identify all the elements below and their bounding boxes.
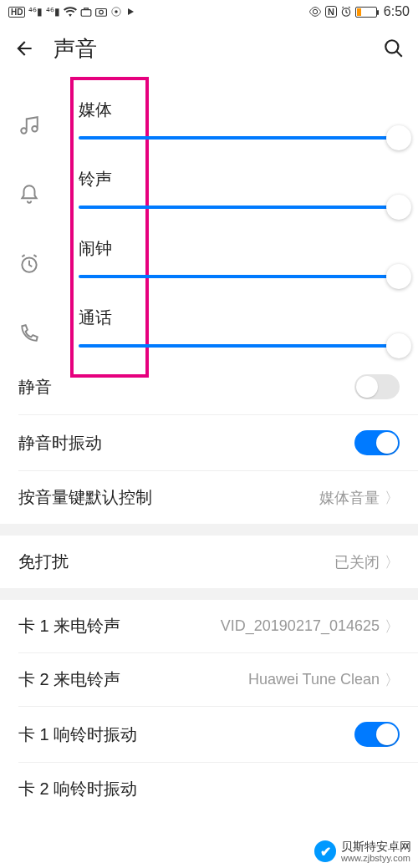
play-icon xyxy=(125,7,135,17)
hd-icon: HD xyxy=(8,7,25,18)
back-button[interactable] xyxy=(13,38,40,59)
signal-2-icon: ⁴⁶▮ xyxy=(46,6,60,18)
svg-point-2 xyxy=(99,10,104,14)
alarm-volume-slider[interactable] xyxy=(79,275,400,278)
dnd-row[interactable]: 免打扰 已关闭〉 xyxy=(0,536,418,588)
sim1-vibrate-toggle[interactable] xyxy=(354,722,400,747)
chevron-right-icon: 〉 xyxy=(385,552,400,572)
slider-thumb[interactable] xyxy=(386,333,411,358)
dnd-label: 免打扰 xyxy=(18,551,69,573)
alarm-volume-label: 闹钟 xyxy=(79,237,400,260)
media-volume-label: 媒体 xyxy=(79,99,400,121)
call-volume-label: 通话 xyxy=(79,307,400,329)
status-bar: HD ⁴⁶▮ ⁴⁶▮ N 6:50 xyxy=(0,0,418,23)
default-volume-key-value: 媒体音量 xyxy=(319,488,380,508)
signal-1-icon: ⁴⁶▮ xyxy=(28,6,43,18)
default-volume-key-row[interactable]: 按音量键默认控制 媒体音量〉 xyxy=(0,471,418,524)
ringtone-volume-slider[interactable] xyxy=(79,206,400,209)
alarm-clock-icon xyxy=(18,253,52,278)
ringtone-volume-label: 铃声 xyxy=(79,168,400,190)
call-volume-slider[interactable] xyxy=(79,344,400,348)
nfc-icon: N xyxy=(325,6,337,18)
vibrate-on-mute-label: 静音时振动 xyxy=(18,432,102,454)
chevron-right-icon: 〉 xyxy=(385,488,400,508)
mute-toggle[interactable] xyxy=(354,374,400,399)
mute-row[interactable]: 静音 xyxy=(0,359,418,414)
battery-icon xyxy=(355,7,377,18)
watermark: ✔ 贝斯特安卓网 www.zjbstyy.com xyxy=(314,840,411,863)
dnd-value: 已关闭 xyxy=(334,552,380,572)
status-right: N 6:50 xyxy=(308,4,410,19)
search-button[interactable] xyxy=(378,38,405,59)
ringtone-volume-row: 铃声 xyxy=(0,151,418,221)
volume-sliders: 媒体 铃声 闹钟 通话 xyxy=(0,74,418,359)
watermark-url: www.zjbstyy.com xyxy=(341,853,411,863)
sync-icon xyxy=(110,6,122,18)
page-title: 声音 xyxy=(54,34,378,63)
alarm-volume-row: 闹钟 xyxy=(0,221,418,290)
sim2-ringtone-label: 卡 2 来电铃声 xyxy=(18,668,120,691)
vibrate-on-mute-row[interactable]: 静音时振动 xyxy=(0,415,418,470)
alarm-icon xyxy=(340,6,352,18)
clock-text: 6:50 xyxy=(384,4,410,19)
camera-icon xyxy=(95,7,107,17)
svg-point-4 xyxy=(115,10,119,13)
sim1-ringtone-row[interactable]: 卡 1 来电铃声 VID_20190217_014625〉 xyxy=(0,600,418,652)
svg-rect-0 xyxy=(82,10,92,17)
phone-icon xyxy=(18,322,52,348)
settings-list: 静音 静音时振动 按音量键默认控制 媒体音量〉 免打扰 已关闭〉 卡 1 来电铃… xyxy=(0,359,418,809)
default-volume-key-label: 按音量键默认控制 xyxy=(18,486,152,509)
wifi-icon xyxy=(64,7,77,17)
sim2-ringtone-value: Huawei Tune Clean xyxy=(248,671,380,688)
bell-icon xyxy=(18,184,52,209)
watermark-logo-icon: ✔ xyxy=(314,840,336,862)
slider-thumb[interactable] xyxy=(386,125,411,150)
header: 声音 xyxy=(0,23,418,74)
eye-icon xyxy=(308,7,322,17)
music-icon xyxy=(18,114,52,140)
sim1-ringtone-value: VID_20190217_014625 xyxy=(221,617,380,635)
slider-thumb[interactable] xyxy=(386,264,411,289)
vibrate-on-mute-toggle[interactable] xyxy=(354,430,400,455)
sim1-vibrate-label: 卡 1 响铃时振动 xyxy=(18,723,137,746)
chevron-right-icon: 〉 xyxy=(385,617,400,637)
sim1-ringtone-label: 卡 1 来电铃声 xyxy=(18,615,120,637)
svg-point-6 xyxy=(385,40,398,53)
mute-label: 静音 xyxy=(18,376,52,398)
slider-thumb[interactable] xyxy=(386,195,411,220)
call-volume-row: 通话 xyxy=(0,290,418,359)
briefcase-icon xyxy=(80,7,92,17)
sim2-vibrate-row[interactable]: 卡 2 响铃时振动 xyxy=(0,763,418,809)
chevron-right-icon: 〉 xyxy=(385,670,400,690)
media-volume-slider[interactable] xyxy=(79,136,400,140)
sim2-ringtone-row[interactable]: 卡 2 来电铃声 Huawei Tune Clean〉 xyxy=(0,653,418,706)
status-left: HD ⁴⁶▮ ⁴⁶▮ xyxy=(8,6,135,18)
watermark-name: 贝斯特安卓网 xyxy=(341,840,411,853)
sim2-vibrate-label: 卡 2 响铃时振动 xyxy=(18,778,137,800)
media-volume-row: 媒体 xyxy=(0,82,418,151)
sim1-vibrate-row[interactable]: 卡 1 响铃时振动 xyxy=(0,707,418,762)
